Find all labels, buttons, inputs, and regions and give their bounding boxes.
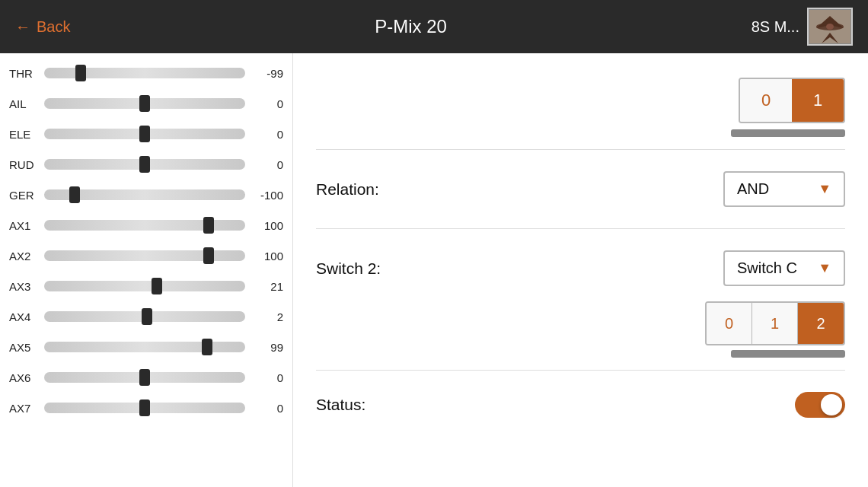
slider-label-ger: GER: [9, 189, 38, 202]
divider-3: [316, 370, 845, 371]
slider-row-ax3: AX321: [9, 272, 283, 300]
slider-thumb: [203, 247, 214, 264]
toggle-thumb: [821, 394, 842, 415]
slider-value-ele: 0: [251, 128, 283, 141]
slider-label-ax3: AX3: [9, 280, 38, 293]
switch2-dropdown[interactable]: Switch C ▼: [723, 250, 845, 286]
slider-track-container[interactable]: [44, 218, 245, 233]
slider-track-container[interactable]: [44, 248, 245, 263]
header-right: 8S M...: [752, 8, 853, 46]
slider-row-ger: GER-100: [9, 181, 283, 208]
back-label: Back: [37, 18, 70, 36]
slider-value-ax1: 100: [251, 219, 283, 232]
slider-row-rud: RUD0: [9, 151, 283, 178]
svg-point-6: [826, 24, 834, 30]
slider-row-thr: THR-99: [9, 59, 283, 87]
slider-track-container[interactable]: [44, 370, 245, 385]
switch2-pos-btn-0[interactable]: 0: [707, 303, 752, 344]
slider-row-ax5: AX599: [9, 333, 283, 361]
slider-track: [44, 98, 245, 109]
switch2-row: Switch 2: Switch C ▼: [316, 235, 845, 301]
slider-track-container[interactable]: [44, 96, 245, 111]
slider-thumb: [139, 95, 150, 112]
switch1-btn-0[interactable]: 0: [740, 79, 792, 122]
slider-row-ax6: AX60: [9, 364, 283, 391]
relation-label: Relation:: [316, 180, 379, 199]
slider-track-container[interactable]: [44, 65, 245, 81]
slider-track: [44, 403, 245, 413]
slider-thumb: [139, 156, 150, 173]
slider-value-ax2: 100: [251, 250, 283, 263]
back-button[interactable]: ← Back: [15, 18, 70, 36]
slider-thumb: [75, 65, 86, 81]
switch2-indicator: [731, 350, 845, 358]
slider-track-container[interactable]: [44, 279, 245, 294]
slider-value-ax3: 21: [251, 280, 283, 293]
main-content: THR-99AIL0ELE0RUD0GER-100AX1100AX2100AX3…: [0, 53, 868, 487]
switch1-indicator: [731, 129, 845, 137]
switch1-btn-group: 0 1: [739, 78, 845, 123]
slider-row-ax4: AX42: [9, 303, 283, 330]
slider-thumb: [139, 399, 150, 416]
divider-1: [316, 149, 845, 150]
slider-value-thr: -99: [251, 67, 283, 80]
slider-track: [44, 129, 245, 139]
relation-dropdown-arrow: ▼: [818, 181, 831, 197]
relation-row: Relation: AND ▼: [316, 156, 845, 222]
slider-track-container[interactable]: [44, 157, 245, 172]
slider-label-thr: THR: [9, 67, 38, 80]
status-row: Status:: [316, 377, 845, 433]
slider-thumb: [142, 308, 152, 325]
slider-label-ax2: AX2: [9, 250, 38, 263]
slider-value-rud: 0: [251, 158, 283, 171]
slider-label-rud: RUD: [9, 158, 38, 171]
slider-value-ger: -100: [251, 189, 283, 202]
switch2-dropdown-arrow: ▼: [818, 260, 831, 276]
slider-label-ax6: AX6: [9, 371, 38, 384]
header: ← Back P-Mix 20 8S M...: [0, 0, 868, 53]
page-title: P-Mix 20: [375, 16, 447, 37]
right-panel: 0 1 Relation: AND ▼ Switch 2: Switch C: [293, 53, 868, 487]
slider-value-ax5: 99: [251, 341, 283, 354]
slider-row-ail: AIL0: [9, 90, 283, 117]
slider-track-container[interactable]: [44, 309, 245, 324]
slider-track-container[interactable]: [44, 187, 245, 202]
slider-track: [44, 189, 245, 200]
slider-thumb: [203, 217, 214, 234]
slider-label-ax5: AX5: [9, 341, 38, 354]
slider-thumb: [139, 369, 150, 386]
switch1-btn-1[interactable]: 1: [792, 79, 844, 122]
slider-label-ail: AIL: [9, 97, 38, 110]
slider-thumb: [69, 186, 80, 203]
switch2-value: Switch C: [737, 259, 797, 277]
slider-label-ele: ELE: [9, 128, 38, 141]
switch2-pos-btn-2[interactable]: 2: [798, 303, 844, 344]
slider-track: [44, 220, 245, 231]
switch2-label: Switch 2:: [316, 259, 381, 278]
slider-row-ax2: AX2100: [9, 242, 283, 269]
slider-track-container[interactable]: [44, 339, 245, 355]
sliders-panel: THR-99AIL0ELE0RUD0GER-100AX1100AX2100AX3…: [0, 53, 293, 487]
back-arrow-icon: ←: [15, 18, 30, 36]
slider-track-container[interactable]: [44, 126, 245, 142]
slider-value-ax6: 0: [251, 371, 283, 384]
plane-thumbnail[interactable]: [807, 8, 853, 46]
model-name: 8S M...: [752, 18, 799, 36]
slider-track-container[interactable]: [44, 400, 245, 415]
slider-label-ax7: AX7: [9, 402, 38, 415]
toggle-track: [795, 392, 845, 418]
slider-track: [44, 281, 245, 291]
slider-row-ele: ELE0: [9, 120, 283, 148]
slider-track: [44, 372, 245, 383]
relation-dropdown[interactable]: AND ▼: [723, 171, 845, 207]
slider-row-ax7: AX70: [9, 394, 283, 422]
slider-track: [44, 250, 245, 261]
relation-value: AND: [737, 180, 769, 198]
slider-label-ax1: AX1: [9, 219, 38, 232]
slider-track: [44, 342, 245, 352]
slider-thumb: [202, 339, 212, 355]
status-toggle[interactable]: [795, 392, 845, 418]
slider-track: [44, 68, 245, 78]
slider-row-ax1: AX1100: [9, 212, 283, 239]
switch2-pos-btn-1[interactable]: 1: [752, 303, 798, 344]
